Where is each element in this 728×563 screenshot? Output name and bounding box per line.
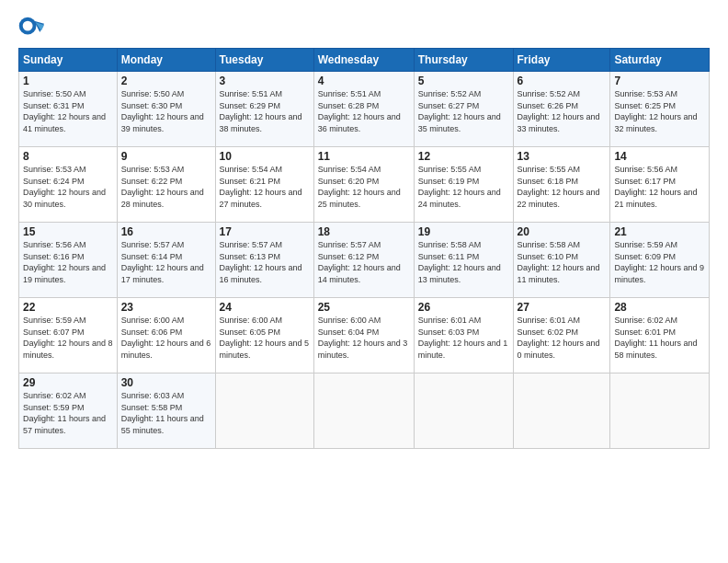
day-number: 6 [518, 75, 607, 87]
day-number: 3 [220, 75, 310, 87]
calendar-week-4: 22 Sunrise: 5:59 AMSunset: 6:07 PMDaylig… [19, 298, 710, 373]
calendar-cell: 29 Sunrise: 6:02 AMSunset: 5:59 PMDaylig… [19, 373, 118, 449]
calendar-cell: 25 Sunrise: 6:00 AMSunset: 6:04 PMDaylig… [313, 298, 414, 373]
day-number: 14 [614, 150, 705, 163]
day-info: Sunrise: 5:52 AMSunset: 6:26 PMDaylight:… [518, 89, 600, 133]
day-number: 26 [418, 301, 509, 314]
calendar-cell: 7 Sunrise: 5:53 AMSunset: 6:25 PMDayligh… [610, 72, 710, 147]
calendar-cell: 18 Sunrise: 5:57 AMSunset: 6:12 PMDaylig… [313, 223, 414, 298]
calendar-cell: 2 Sunrise: 5:50 AMSunset: 6:30 PMDayligh… [117, 72, 215, 147]
calendar-cell: 3 Sunrise: 5:51 AMSunset: 6:29 PMDayligh… [215, 72, 313, 147]
day-number: 28 [614, 301, 705, 314]
calendar-week-2: 8 Sunrise: 5:53 AMSunset: 6:24 PMDayligh… [19, 147, 710, 223]
calendar-cell: 12 Sunrise: 5:55 AMSunset: 6:19 PMDaylig… [414, 147, 513, 223]
day-info: Sunrise: 5:56 AMSunset: 6:16 PMDaylight:… [23, 240, 106, 284]
day-info: Sunrise: 5:55 AMSunset: 6:18 PMDaylight:… [518, 165, 600, 209]
day-info: Sunrise: 5:55 AMSunset: 6:19 PMDaylight:… [418, 165, 501, 209]
calendar-week-5: 29 Sunrise: 6:02 AMSunset: 5:59 PMDaylig… [19, 373, 710, 449]
day-info: Sunrise: 5:57 AMSunset: 6:14 PMDaylight:… [121, 240, 204, 284]
day-info: Sunrise: 5:58 AMSunset: 6:11 PMDaylight:… [418, 240, 501, 284]
day-number: 15 [23, 225, 113, 238]
column-header-saturday: Saturday [610, 49, 710, 72]
day-info: Sunrise: 5:50 AMSunset: 6:30 PMDaylight:… [121, 89, 204, 133]
day-info: Sunrise: 5:51 AMSunset: 6:29 PMDaylight:… [220, 89, 302, 133]
day-info: Sunrise: 6:03 AMSunset: 5:58 PMDaylight:… [121, 391, 204, 435]
day-number: 22 [23, 301, 113, 314]
column-header-sunday: Sunday [19, 49, 118, 72]
calendar-cell: 23 Sunrise: 6:00 AMSunset: 6:06 PMDaylig… [117, 298, 215, 373]
day-info: Sunrise: 5:57 AMSunset: 6:12 PMDaylight:… [318, 240, 401, 284]
calendar-cell: 28 Sunrise: 6:02 AMSunset: 6:01 PMDaylig… [610, 298, 710, 373]
day-number: 16 [121, 225, 211, 238]
day-info: Sunrise: 5:51 AMSunset: 6:28 PMDaylight:… [318, 89, 401, 133]
calendar-cell: 9 Sunrise: 5:53 AMSunset: 6:22 PMDayligh… [117, 147, 215, 223]
day-info: Sunrise: 6:01 AMSunset: 6:03 PMDaylight:… [418, 316, 508, 360]
day-info: Sunrise: 5:59 AMSunset: 6:07 PMDaylight:… [23, 316, 113, 360]
calendar-cell: 10 Sunrise: 5:54 AMSunset: 6:21 PMDaylig… [215, 147, 313, 223]
page: SundayMondayTuesdayWednesdayThursdayFrid… [0, 0, 728, 563]
calendar-cell: 21 Sunrise: 5:59 AMSunset: 6:09 PMDaylig… [610, 223, 710, 298]
day-number: 13 [518, 150, 607, 163]
day-info: Sunrise: 5:58 AMSunset: 6:10 PMDaylight:… [518, 240, 600, 284]
calendar-cell: 24 Sunrise: 6:00 AMSunset: 6:05 PMDaylig… [215, 298, 313, 373]
calendar-cell: 6 Sunrise: 5:52 AMSunset: 6:26 PMDayligh… [513, 72, 610, 147]
calendar: SundayMondayTuesdayWednesdayThursdayFrid… [18, 48, 710, 449]
logo-icon [18, 17, 44, 42]
calendar-cell: 27 Sunrise: 6:01 AMSunset: 6:02 PMDaylig… [513, 298, 610, 373]
calendar-cell [215, 373, 313, 449]
day-info: Sunrise: 5:53 AMSunset: 6:24 PMDaylight:… [23, 165, 106, 209]
calendar-cell [313, 373, 414, 449]
calendar-week-1: 1 Sunrise: 5:50 AMSunset: 6:31 PMDayligh… [19, 72, 710, 147]
day-number: 8 [23, 150, 113, 163]
day-info: Sunrise: 6:00 AMSunset: 6:04 PMDaylight:… [318, 316, 408, 360]
calendar-cell: 5 Sunrise: 5:52 AMSunset: 6:27 PMDayligh… [414, 72, 513, 147]
day-number: 25 [318, 301, 410, 314]
day-number: 2 [121, 75, 211, 87]
calendar-cell: 22 Sunrise: 5:59 AMSunset: 6:07 PMDaylig… [19, 298, 118, 373]
day-number: 5 [418, 75, 509, 87]
column-header-thursday: Thursday [414, 49, 513, 72]
calendar-week-3: 15 Sunrise: 5:56 AMSunset: 6:16 PMDaylig… [19, 223, 710, 298]
calendar-cell: 26 Sunrise: 6:01 AMSunset: 6:03 PMDaylig… [414, 298, 513, 373]
calendar-cell [414, 373, 513, 449]
day-number: 9 [121, 150, 211, 163]
day-number: 1 [23, 75, 113, 87]
calendar-cell: 20 Sunrise: 5:58 AMSunset: 6:10 PMDaylig… [513, 223, 610, 298]
calendar-cell: 14 Sunrise: 5:56 AMSunset: 6:17 PMDaylig… [610, 147, 710, 223]
day-number: 18 [318, 225, 410, 238]
day-number: 20 [518, 225, 607, 238]
calendar-cell: 8 Sunrise: 5:53 AMSunset: 6:24 PMDayligh… [19, 147, 118, 223]
day-number: 27 [518, 301, 607, 314]
calendar-cell: 11 Sunrise: 5:54 AMSunset: 6:20 PMDaylig… [313, 147, 414, 223]
day-number: 10 [220, 150, 310, 163]
day-info: Sunrise: 5:52 AMSunset: 6:27 PMDaylight:… [418, 89, 501, 133]
calendar-cell: 19 Sunrise: 5:58 AMSunset: 6:11 PMDaylig… [414, 223, 513, 298]
column-header-tuesday: Tuesday [215, 49, 313, 72]
calendar-header-row: SundayMondayTuesdayWednesdayThursdayFrid… [19, 49, 710, 72]
calendar-cell: 17 Sunrise: 5:57 AMSunset: 6:13 PMDaylig… [215, 223, 313, 298]
day-number: 4 [318, 75, 410, 87]
column-header-friday: Friday [513, 49, 610, 72]
day-number: 17 [220, 225, 310, 238]
day-number: 7 [614, 75, 705, 87]
calendar-cell: 13 Sunrise: 5:55 AMSunset: 6:18 PMDaylig… [513, 147, 610, 223]
day-info: Sunrise: 6:02 AMSunset: 6:01 PMDaylight:… [614, 316, 697, 360]
day-info: Sunrise: 5:59 AMSunset: 6:09 PMDaylight:… [614, 240, 704, 284]
day-info: Sunrise: 6:01 AMSunset: 6:02 PMDaylight:… [518, 316, 600, 360]
day-number: 11 [318, 150, 410, 163]
day-info: Sunrise: 5:50 AMSunset: 6:31 PMDaylight:… [23, 89, 106, 133]
day-number: 29 [23, 376, 113, 389]
column-header-monday: Monday [117, 49, 215, 72]
day-number: 12 [418, 150, 509, 163]
calendar-cell: 30 Sunrise: 6:03 AMSunset: 5:58 PMDaylig… [117, 373, 215, 449]
day-info: Sunrise: 5:53 AMSunset: 6:25 PMDaylight:… [614, 89, 697, 133]
day-info: Sunrise: 6:02 AMSunset: 5:59 PMDaylight:… [23, 391, 106, 435]
day-number: 23 [121, 301, 211, 314]
day-number: 30 [121, 376, 211, 389]
day-info: Sunrise: 5:57 AMSunset: 6:13 PMDaylight:… [220, 240, 302, 284]
day-number: 24 [220, 301, 310, 314]
logo [18, 17, 48, 42]
day-number: 21 [614, 225, 705, 238]
column-header-wednesday: Wednesday [313, 49, 414, 72]
day-info: Sunrise: 5:54 AMSunset: 6:20 PMDaylight:… [318, 165, 401, 209]
